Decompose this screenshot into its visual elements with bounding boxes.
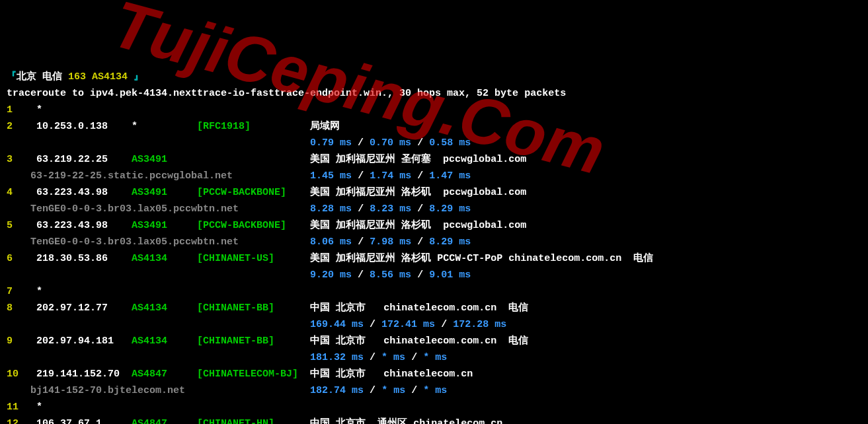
hop-detail: 0.79 ms / 0.70 ms / 0.58 ms — [7, 135, 861, 151]
hop-row: 11 * — [7, 399, 861, 415]
hop-detail: TenGE0-0-0-3.br03.lax05.pccwbtn.net 8.28… — [7, 201, 861, 217]
hop-row: 10 219.141.152.70 AS4847 [CHINATELECOM-B… — [7, 366, 861, 382]
hop-detail: 169.44 ms / 172.41 ms / 172.28 ms — [7, 316, 861, 333]
hop-row: 12 106.37.67.1 AS4847 [CHINANET-HN] 中国 北… — [7, 415, 861, 424]
hop-detail: bj141-152-70.bjtelecom.net 182.74 ms / *… — [7, 382, 861, 399]
hop-row: 4 63.223.43.98 AS3491 [PCCW-BACKBONE] 美国… — [7, 184, 861, 201]
hop-row: 7 * — [7, 283, 861, 300]
terminal-output: 『北京 电信 163 AS4134 』traceroute to ipv4.pe… — [7, 69, 861, 424]
hop-row: 6 218.30.53.86 AS4134 [CHINANET-US] 美国 加… — [7, 250, 861, 267]
hop-row: 3 63.219.22.25 AS3491 美国 加利福尼亚州 圣何塞 pccw… — [7, 151, 861, 168]
hop-detail: 181.32 ms / * ms / * ms — [7, 349, 861, 366]
hop-detail: 9.20 ms / 8.56 ms / 9.01 ms — [7, 267, 861, 283]
hop-row: 1 * — [7, 102, 861, 118]
hop-row: 9 202.97.94.181 AS4134 [CHINANET-BB] 中国 … — [7, 333, 861, 349]
hop-row: 2 10.253.0.138 * [RFC1918] 局域网 — [7, 118, 861, 135]
hop-detail: TenGE0-0-0-3.br03.lax05.pccwbtn.net 8.06… — [7, 234, 861, 250]
hop-detail: 63-219-22-25.static.pccwglobal.net 1.45 … — [7, 168, 861, 184]
hop-row: 5 63.223.43.98 AS3491 [PCCW-BACKBONE] 美国… — [7, 217, 861, 234]
hop-row: 8 202.97.12.77 AS4134 [CHINANET-BB] 中国 北… — [7, 300, 861, 316]
traceroute-command: traceroute to ipv4.pek-4134.nexttrace-io… — [7, 85, 861, 102]
header-line: 『北京 电信 163 AS4134 』 — [7, 69, 861, 85]
